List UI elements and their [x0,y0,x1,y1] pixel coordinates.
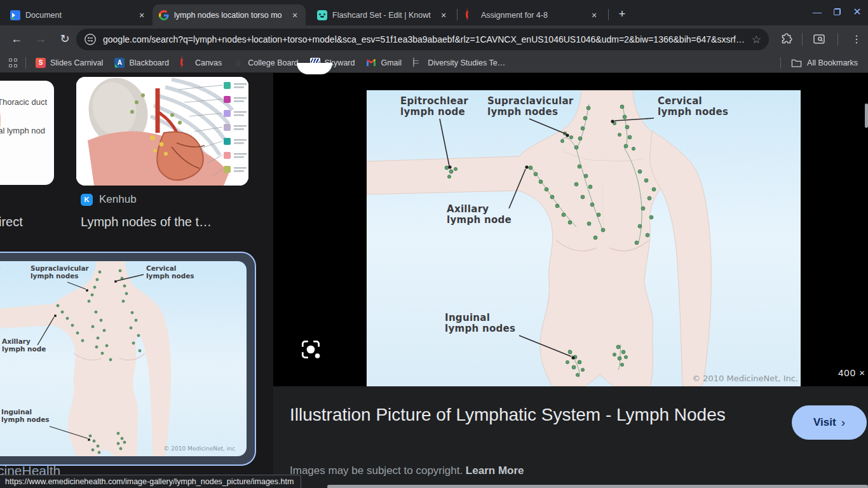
label-axillary: Axillary [447,203,489,215]
knowt-favicon-icon [317,10,327,20]
tab-title: Flashcard Set - Edit | Knowt [332,11,438,20]
bookmark-slides-carnival[interactable]: S Slides Carnival [30,56,109,70]
tab-title: lymph nodes location torso mo [174,11,289,20]
browser-menu-icon[interactable]: ⋮ [849,30,864,48]
label-cervical: lymph nodes [658,106,728,118]
bookmarks-bar: S Slides Carnival A Blackboard Canvas Co… [0,53,868,72]
toolbar-separator [837,33,838,46]
close-tab-icon[interactable]: ✕ [588,10,600,21]
label-epitrochlear: Epitrochlear [400,95,468,107]
gmail-icon [366,58,376,68]
close-tab-icon[interactable]: ✕ [438,10,449,21]
result-attribution[interactable]: K Kenhub [81,193,137,206]
bookmark-label: Diversity Studies Te… [428,58,505,67]
thumb-label-inguinal: lymph nodes [1,416,50,423]
extensions-icon[interactable] [780,32,794,46]
image-copyright: © 2010 MedicineNet, Inc. [692,374,798,383]
close-tab-icon[interactable]: ✕ [136,10,147,21]
tab-knowt[interactable]: Flashcard Set - Edit | Knowt ✕ [311,4,454,25]
result-title-fragment[interactable]: irect [0,215,23,229]
tab-title: Assignment for 4-8 [481,11,588,20]
canvas-icon [180,57,183,68]
thumb-label-supraclavicular: Supraclavicular [31,264,90,272]
visit-button[interactable]: Visit › [792,405,867,440]
result-thumbnail-partial[interactable]: Thoracic duct nal lymph nod [0,81,54,185]
site-settings-icon[interactable] [84,33,97,46]
bookmark-label: Slides Carnival [50,58,103,67]
label-supraclavicular: Supraclavicular [487,95,574,107]
bookmark-canvas[interactable]: Canvas [175,56,227,70]
forward-button[interactable]: → [32,30,50,48]
reload-button[interactable]: ↻ [56,30,74,48]
horizontal-scrollbar[interactable] [327,485,868,488]
bookmark-gmail[interactable]: Gmail [360,56,407,70]
browser-window: Document ✕ lymph nodes location torso mo… [0,0,868,488]
all-bookmarks-label: All Bookmarks [807,58,858,67]
tab-assignment[interactable]: Assignment for 4-8 ✕ [459,4,605,25]
url-text: google.com/search?q=lymph+nodes+location… [103,34,745,44]
tab-title: Document [25,11,136,20]
label-supraclavicular: lymph nodes [487,106,558,118]
bookmark-label: Gmail [381,58,402,67]
bookmarks-separator [780,57,781,69]
tab-document[interactable]: Document ✕ [4,4,153,25]
vertical-scrollbar[interactable] [865,104,868,128]
image-title: Illustration Picture of Lymphatic System… [290,402,741,428]
thumb-label-axillary: lymph node [2,345,46,353]
all-bookmarks-button[interactable]: All Bookmarks [775,55,863,71]
toolbar-separator [802,33,803,46]
apps-grid-icon[interactable] [9,58,18,67]
tab-google-search[interactable]: lymph nodes location torso mo ✕ [153,4,306,25]
label-inguinal: Inguinal [445,312,490,323]
close-window-button[interactable]: ✕ [848,3,866,21]
bookmark-blackboard[interactable]: A Blackboard [109,56,175,70]
label-epitrochlear: lymph node [400,106,465,118]
address-bar[interactable]: google.com/search?q=lymph+nodes+location… [76,29,769,50]
image-viewer-stage: Epitrochlear lymph node Supraclavicular … [273,73,868,386]
google-lens-icon [299,337,323,362]
kenhub-badge-icon: K [81,194,93,206]
back-button[interactable]: ← [8,30,25,48]
thumb-label-cervical: Cervical [146,264,176,272]
result-source: Kenhub [99,193,137,206]
college-board-acorn-icon [233,58,243,68]
google-lens-button[interactable] [299,337,323,362]
bookmark-college-board[interactable]: College Board [227,56,304,70]
tab-strip: Document ✕ lymph nodes location torso mo… [0,0,868,25]
bookmark-label: College Board [248,58,298,67]
minimize-button[interactable]: — [808,3,826,21]
new-tab-button[interactable]: + [614,6,630,23]
result-thumbnail-kenhub[interactable] [76,77,248,186]
result-title[interactable]: Lymph nodes of the t… [81,215,212,229]
bookmark-star-icon[interactable]: ☆ [752,33,761,46]
close-tab-icon[interactable]: ✕ [289,10,301,21]
bookmark-diversity-studies[interactable]: Diversity Studies Te… [407,56,511,70]
tab-separator [457,9,458,20]
folder-icon [791,58,802,68]
chevron-right-icon: › [841,416,845,430]
visit-label: Visit [813,416,836,429]
label-axillary: lymph node [447,214,512,226]
restore-button[interactable] [828,3,846,21]
status-bar-url: https://www.emedicinehealth.com/image-ga… [0,475,301,488]
thumbnail-label: nal lymph nod [0,126,45,135]
restore-icon [834,8,841,15]
learn-more-link[interactable]: Learn More [466,464,524,477]
copyright-text: Images may be subject to copyright. [290,464,466,477]
tab-separator [608,9,609,20]
slides-carnival-icon: S [36,58,46,68]
browser-toolbar: ← → ↻ google.com/search?q=lymph+nodes+lo… [0,25,868,53]
lymph-nodes-illustration[interactable]: Epitrochlear lymph node Supraclavicular … [367,90,801,386]
bookmarks-separator [25,57,26,69]
page-content: Thoracic duct nal lymph nod [0,72,868,488]
thumb-label-supraclavicular: lymph nodes [31,272,79,280]
label-cervical: Cervical [658,95,702,107]
diversity-studies-icon [413,57,414,67]
thumb-label-inguinal: Inguinal [1,408,32,416]
blackboard-icon: A [114,58,125,68]
thumb-label-cervical: lymph nodes [146,272,194,280]
google-favicon-icon [159,10,169,20]
selected-result-thumbnail[interactable]: lear ode Supraclavicular lymph nodes Cer… [0,252,256,466]
side-search-icon[interactable] [812,32,826,46]
image-results-column: Thoracic duct nal lymph nod [0,72,273,488]
